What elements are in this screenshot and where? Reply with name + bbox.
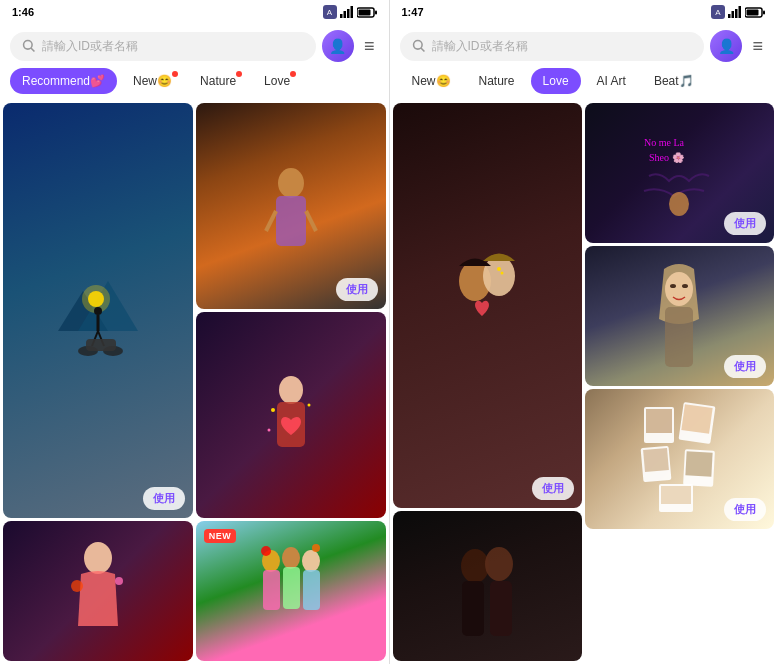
- svg-point-51: [497, 267, 501, 271]
- new-dot-left: [172, 71, 178, 77]
- search-bar-left: 請輸入ID或者名稱 👤 ≡: [0, 24, 389, 68]
- svg-point-29: [84, 542, 112, 574]
- svg-line-22: [266, 211, 276, 231]
- svg-point-27: [307, 404, 310, 407]
- grid-item-kiss[interactable]: [393, 511, 582, 661]
- svg-rect-0: [340, 14, 343, 18]
- img-bg-kiss: [393, 511, 582, 661]
- time-right: 1:47: [402, 6, 424, 18]
- nature-dot-left: [236, 71, 242, 77]
- grid-item-3[interactable]: [196, 312, 386, 518]
- svg-point-52: [501, 271, 504, 274]
- tab-recommend[interactable]: Recommend💕: [10, 68, 117, 94]
- search-input-left[interactable]: 請輸入ID或者名稱: [10, 32, 316, 61]
- search-input-right[interactable]: 請輸入ID或者名稱: [400, 32, 705, 61]
- grid-col-left: 使用: [393, 103, 582, 661]
- menu-btn-left[interactable]: ≡: [360, 34, 379, 59]
- new-badge-6: NEW: [204, 529, 237, 543]
- grid-right-main: 使用: [390, 100, 778, 664]
- grid-item-blonde[interactable]: 使用: [585, 246, 774, 386]
- svg-rect-43: [739, 6, 742, 18]
- use-btn-2[interactable]: 使用: [336, 278, 378, 301]
- svg-point-50: [483, 256, 515, 296]
- use-btn-neon[interactable]: 使用: [724, 212, 766, 235]
- svg-point-7: [24, 41, 33, 50]
- tab-beat[interactable]: Beat🎵: [642, 68, 706, 94]
- tab-nature-left[interactable]: Nature: [188, 68, 248, 94]
- svg-rect-6: [375, 10, 377, 14]
- svg-rect-71: [686, 451, 713, 476]
- svg-rect-19: [86, 339, 116, 351]
- svg-rect-33: [263, 570, 280, 610]
- search-icon-right: [412, 39, 426, 53]
- svg-rect-65: [646, 409, 672, 433]
- svg-rect-2: [347, 9, 350, 18]
- app-icon-left: A: [323, 5, 337, 19]
- svg-line-23: [306, 211, 316, 231]
- phone-right: 1:47 A 請輸入ID或者名稱: [389, 0, 778, 664]
- tab-new-left[interactable]: New😊: [121, 68, 184, 94]
- use-btn-couple[interactable]: 使用: [532, 477, 574, 500]
- svg-point-47: [413, 41, 422, 50]
- svg-text:Sheo 🌸: Sheo 🌸: [649, 151, 685, 164]
- svg-rect-5: [358, 9, 370, 15]
- use-btn-blonde[interactable]: 使用: [724, 355, 766, 378]
- neon-svg: No me La Sheo 🌸: [639, 116, 719, 231]
- tabs-left: Recommend💕 New😊 Nature Love: [0, 68, 389, 100]
- svg-point-53: [461, 549, 489, 583]
- grid-item-5[interactable]: [3, 521, 193, 661]
- svg-rect-41: [732, 11, 735, 18]
- svg-rect-67: [682, 404, 713, 434]
- time-left: 1:46: [12, 6, 34, 18]
- svg-point-61: [670, 284, 676, 288]
- search-placeholder-right: 請輸入ID或者名稱: [432, 38, 528, 55]
- svg-rect-56: [490, 581, 512, 636]
- use-btn-1[interactable]: 使用: [143, 487, 185, 510]
- scene-svg-6: [251, 536, 331, 646]
- tab-aiart[interactable]: AI Art: [585, 68, 638, 94]
- img-bg-3: [196, 312, 386, 518]
- battery-icon-left: [357, 7, 377, 18]
- grid-item-2[interactable]: 使用: [196, 103, 386, 309]
- svg-rect-37: [303, 570, 320, 610]
- battery-icon-right: [745, 7, 765, 18]
- tab-love-left[interactable]: Love: [252, 68, 302, 94]
- grid-item-couple[interactable]: 使用: [393, 103, 582, 508]
- polaroid-svg: [639, 402, 719, 517]
- kiss-svg: [447, 526, 527, 646]
- svg-rect-69: [643, 447, 669, 471]
- svg-rect-42: [735, 9, 738, 18]
- grid-col-right: No me La Sheo 🌸 使用: [585, 103, 774, 661]
- signal-icon-left: [340, 6, 354, 18]
- grid-item-6[interactable]: NEW: [196, 521, 386, 661]
- img-bg-5: [3, 521, 193, 661]
- status-icons-left: A: [323, 5, 377, 19]
- tabs-right: New😊 Nature Love AI Art Beat🎵: [390, 68, 778, 100]
- grid-item-neon[interactable]: No me La Sheo 🌸 使用: [585, 103, 774, 243]
- svg-point-24: [279, 376, 303, 404]
- svg-rect-40: [728, 14, 731, 18]
- avatar-btn-left[interactable]: 👤: [322, 30, 354, 62]
- use-btn-polaroid[interactable]: 使用: [724, 498, 766, 521]
- grid-item-1[interactable]: 使用: [3, 103, 193, 518]
- svg-text:No me La: No me La: [644, 137, 685, 148]
- tab-love-right[interactable]: Love: [531, 68, 581, 94]
- svg-line-48: [420, 48, 424, 52]
- svg-point-13: [94, 307, 102, 315]
- tab-new-right[interactable]: New😊: [400, 68, 463, 94]
- avatar-btn-right[interactable]: 👤: [710, 30, 742, 62]
- signal-icon-right: [728, 6, 742, 18]
- scene-svg-2: [261, 161, 321, 251]
- svg-point-36: [302, 550, 320, 572]
- menu-btn-right[interactable]: ≡: [748, 34, 767, 59]
- svg-point-59: [669, 192, 689, 216]
- status-bar-right: 1:47 A: [390, 0, 778, 24]
- tab-nature-right[interactable]: Nature: [467, 68, 527, 94]
- img-bg-couple: [393, 103, 582, 508]
- svg-point-62: [682, 284, 688, 288]
- svg-point-39: [312, 544, 320, 552]
- svg-rect-45: [747, 9, 759, 15]
- svg-rect-73: [661, 486, 691, 504]
- grid-item-polaroid[interactable]: 使用: [585, 389, 774, 529]
- phone-left: 1:46 A 請輸入: [0, 0, 389, 664]
